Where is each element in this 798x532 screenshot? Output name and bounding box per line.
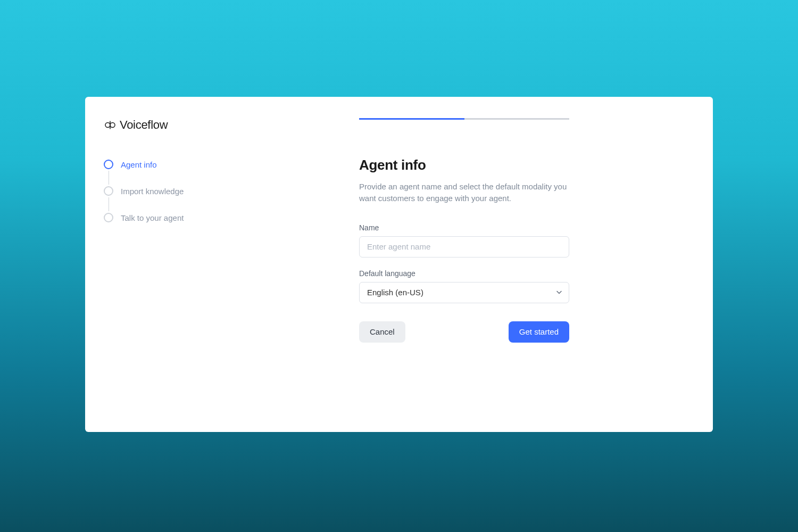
onboarding-card: Voiceflow Agent info Import knowledge Ta… bbox=[85, 97, 713, 432]
language-label: Default language bbox=[359, 269, 569, 278]
voiceflow-icon bbox=[104, 119, 117, 131]
progress-fill bbox=[359, 118, 464, 120]
step-talk-to-agent[interactable]: Talk to your agent bbox=[104, 211, 184, 224]
step-label: Talk to your agent bbox=[121, 213, 184, 222]
step-list: Agent info Import knowledge Talk to your… bbox=[104, 158, 184, 224]
step-circle-icon bbox=[104, 186, 113, 196]
step-connector bbox=[109, 171, 109, 185]
step-agent-info[interactable]: Agent info bbox=[104, 158, 184, 171]
progress-bar bbox=[359, 118, 569, 120]
get-started-button[interactable]: Get started bbox=[509, 321, 569, 343]
step-import-knowledge[interactable]: Import knowledge bbox=[104, 185, 184, 197]
svg-point-1 bbox=[110, 123, 115, 128]
step-label: Import knowledge bbox=[121, 187, 184, 196]
svg-point-0 bbox=[105, 123, 110, 128]
name-label: Name bbox=[359, 223, 569, 232]
main-panel: Agent info Provide an agent name and sel… bbox=[359, 118, 569, 343]
page-subtext: Provide an agent name and select the def… bbox=[359, 181, 569, 204]
step-circle-icon bbox=[104, 213, 113, 222]
agent-name-input[interactable] bbox=[359, 236, 569, 257]
button-row: Cancel Get started bbox=[359, 321, 569, 343]
page-title: Agent info bbox=[359, 157, 569, 173]
default-language-select[interactable]: English (en-US) bbox=[359, 282, 569, 303]
step-circle-icon bbox=[104, 160, 113, 169]
cancel-button[interactable]: Cancel bbox=[359, 321, 405, 343]
brand-logo: Voiceflow bbox=[104, 118, 168, 132]
chevron-down-icon bbox=[556, 288, 562, 297]
select-value: English (en-US) bbox=[367, 288, 423, 297]
step-connector bbox=[109, 197, 109, 211]
step-label: Agent info bbox=[121, 160, 157, 169]
brand-name: Voiceflow bbox=[120, 118, 168, 132]
